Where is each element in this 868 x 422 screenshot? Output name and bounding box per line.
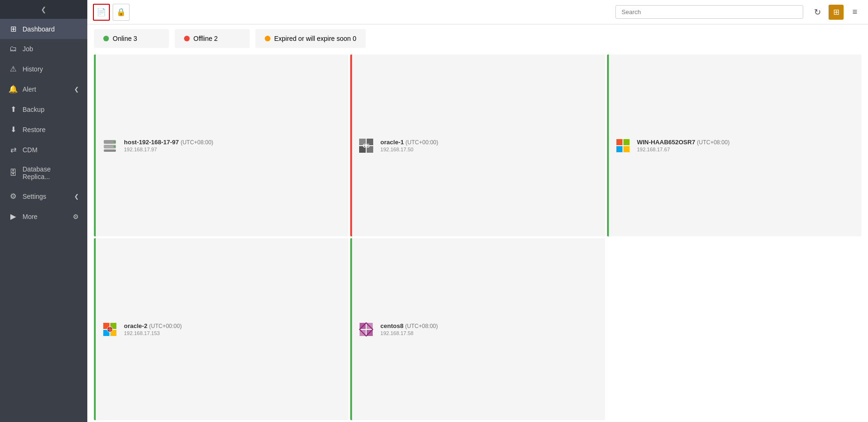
alert-icon: 🔔 [8,85,18,94]
svg-point-3 [114,141,115,143]
svg-rect-23 [367,330,373,336]
sidebar-item-label: Alert [23,86,36,93]
grid-icon: ⊞ [833,8,839,16]
svg-text:OS: OS [363,143,370,148]
sidebar-item-backup[interactable]: ⬆ Backup [0,99,87,119]
sidebar-item-dashboard[interactable]: ⊞ Dashboard [0,19,87,39]
host-ip: 192.168.17.67 [637,147,730,152]
expired-dot [265,36,270,41]
lock-button[interactable]: 🔒 [113,4,130,21]
host-ip: 192.168.17.97 [124,147,213,152]
online-label: Online 3 [113,35,137,42]
status-online-card[interactable]: Online 3 [94,29,169,48]
offline-dot [184,36,190,41]
sidebar-item-history[interactable]: ⚠ History [0,59,87,79]
host-card-host3[interactable]: WIN-HAAB652OSR7 (UTC+08:00) 192.168.17.6… [607,55,861,236]
svg-point-4 [114,146,115,148]
sidebar-item-label: Settings [23,193,46,200]
add-host-button[interactable]: 📄 [93,4,110,21]
list-view-button[interactable]: ≡ [847,5,862,20]
search-input[interactable] [615,5,803,19]
more-gear-icon: ⚙ [73,213,79,220]
sidebar-item-label: History [23,65,43,73]
settings-arrow-icon: ❮ [74,193,79,200]
host-name: oracle-1 (UTC+00:00) [380,139,438,146]
host-os-icon [358,321,375,338]
sidebar-item-more[interactable]: ▶ More ⚙ [0,206,87,227]
host-ip: 192.168.17.50 [380,147,438,152]
history-icon: ⚠ [8,64,18,73]
list-icon: ≡ [853,7,858,17]
host-card-host5[interactable]: centos8 (UTC+08:00) 192.168.17.58 [350,238,605,420]
host-card-host1[interactable]: host-192-168-17-97 (UTC+08:00) 192.168.1… [94,55,348,236]
host-info: oracle-2 (UTC+00:00) 192.168.17.153 [124,322,182,336]
alert-arrow-icon: ❮ [74,86,79,93]
svg-rect-2 [104,149,116,152]
toolbar: 📄 🔒 ↻ ⊞ ≡ [87,0,868,24]
host-ip: 192.168.17.153 [124,330,182,336]
host-card-host4[interactable]: oracle-2 (UTC+00:00) 192.168.17.153 [94,238,348,420]
host-os-icon [101,137,118,154]
more-expand-icon: ▶ [8,212,18,221]
host-info: centos8 (UTC+08:00) 192.168.17.58 [380,322,438,336]
svg-rect-20 [360,323,366,329]
grid-view-button[interactable]: ⊞ [829,5,844,20]
sidebar-collapse-button[interactable]: ❮ [0,0,87,19]
host-info: WIN-HAAB652OSR7 (UTC+08:00) 192.168.17.6… [637,139,730,152]
host-ip: 192.168.17.58 [380,330,438,336]
status-expired-card[interactable]: Expired or will expire soon 0 [255,29,366,48]
toolbar-right: ↻ ⊞ ≡ [810,5,862,20]
host-grid: host-192-168-17-97 (UTC+08:00) 192.168.1… [87,53,868,422]
host-os-icon [615,137,631,154]
cdm-icon: ⇄ [8,145,18,154]
job-icon: 🗂 [8,45,18,53]
expired-label: Expired or will expire soon 0 [274,35,356,42]
host-os-icon [101,321,118,338]
sidebar-item-label: Backup [23,106,45,113]
sidebar: ❮ ⊞ Dashboard 🗂 Job ⚠ History 🔔 Alert ❮ … [0,0,87,422]
sidebar-item-cdm[interactable]: ⇄ CDM [0,140,87,160]
sidebar-item-alert[interactable]: 🔔 Alert ❮ [0,79,87,99]
backup-icon: ⬆ [8,105,18,114]
dashboard-icon: ⊞ [8,24,18,33]
svg-rect-22 [360,330,366,336]
sidebar-item-label: CDM [23,146,38,154]
host-card-host2[interactable]: OS oracle-1 (UTC+00:00) 192.168.17.50 [350,55,605,236]
restore-icon: ⬇ [8,125,18,134]
host-name: centos8 (UTC+08:00) [380,322,438,329]
host-name: oracle-2 (UTC+00:00) [124,322,182,329]
add-host-icon: 📄 [97,8,106,16]
svg-rect-12 [616,146,622,152]
sidebar-item-database-replica[interactable]: 🗄 Database Replica... [0,160,87,186]
svg-rect-11 [623,139,630,145]
refresh-icon: ↻ [814,7,821,17]
sidebar-item-label: Restore [23,126,46,133]
database-replica-icon: 🗄 [8,169,18,177]
host-info: host-192-168-17-97 (UTC+08:00) 192.168.1… [124,139,213,152]
offline-label: Offline 2 [193,35,218,42]
sidebar-item-label: More [23,213,38,220]
svg-rect-21 [367,323,373,329]
online-dot [103,36,109,41]
sidebar-item-restore[interactable]: ⬇ Restore [0,119,87,140]
host-name: WIN-HAAB652OSR7 (UTC+08:00) [637,139,730,146]
host-os-icon: OS [358,137,375,154]
sidebar-item-settings[interactable]: ⚙ Settings ❮ [0,186,87,206]
status-bar: Online 3 Offline 2 Expired or will expir… [87,24,868,53]
svg-rect-10 [616,139,622,145]
svg-rect-13 [623,146,630,152]
host-name: host-192-168-17-97 (UTC+08:00) [124,139,213,146]
collapse-icon: ❮ [41,6,46,13]
sidebar-item-job[interactable]: 🗂 Job [0,39,87,59]
sidebar-item-label: Database Replica... [23,165,79,180]
refresh-button[interactable]: ↻ [810,5,825,20]
svg-point-18 [107,327,113,332]
status-offline-card[interactable]: Offline 2 [175,29,250,48]
host-info: oracle-1 (UTC+00:00) 192.168.17.50 [380,139,438,152]
settings-icon: ⚙ [8,192,18,201]
sidebar-item-label: Job [23,45,33,53]
sidebar-item-label: Dashboard [23,25,55,33]
main-content: 📄 🔒 ↻ ⊞ ≡ Online 3 [87,0,868,422]
lock-icon: 🔒 [116,8,126,16]
